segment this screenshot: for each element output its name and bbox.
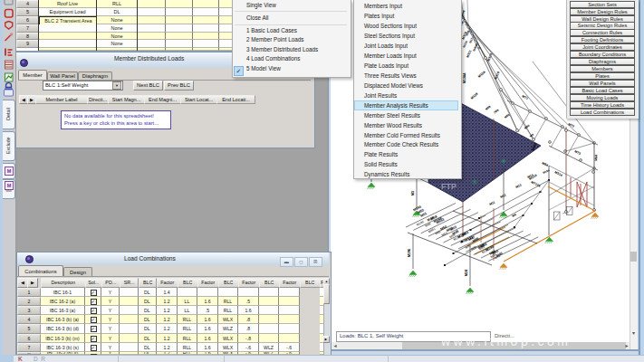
svg-text:M3: M3 (411, 191, 415, 195)
svg-text:M7154: M7154 (531, 180, 542, 188)
svg-text:M73: M73 (574, 149, 582, 156)
svg-text:M50: M50 (470, 245, 477, 252)
svg-text:M190: M190 (416, 220, 424, 227)
svg-text:M316: M316 (462, 40, 468, 48)
svg-text:M64: M64 (594, 155, 598, 161)
svg-text:M138A: M138A (463, 72, 466, 83)
svg-text:M196: M196 (408, 249, 411, 257)
svg-text:M15A: M15A (477, 70, 486, 78)
svg-text:M49: M49 (424, 222, 431, 228)
svg-text:M71: M71 (522, 94, 529, 100)
svg-text:M84: M84 (542, 161, 549, 167)
svg-text:M314: M314 (554, 170, 563, 177)
svg-text:WW.: WW. (422, 186, 434, 191)
svg-text:M318: M318 (486, 53, 493, 62)
svg-text:M12: M12 (500, 193, 507, 199)
svg-text:7M9: 7M9 (493, 109, 499, 115)
svg-text:M24: M24 (465, 270, 468, 276)
svg-text:FTP: FTP (441, 182, 457, 191)
svg-text:M139: M139 (470, 92, 478, 100)
svg-text:M311: M311 (466, 50, 472, 59)
svg-text:M13: M13 (515, 183, 523, 189)
svg-text:M4: M4 (512, 213, 517, 218)
svg-text:M58: M58 (485, 105, 491, 111)
svg-text:M80: M80 (524, 124, 530, 130)
svg-text:M11: M11 (489, 200, 496, 205)
